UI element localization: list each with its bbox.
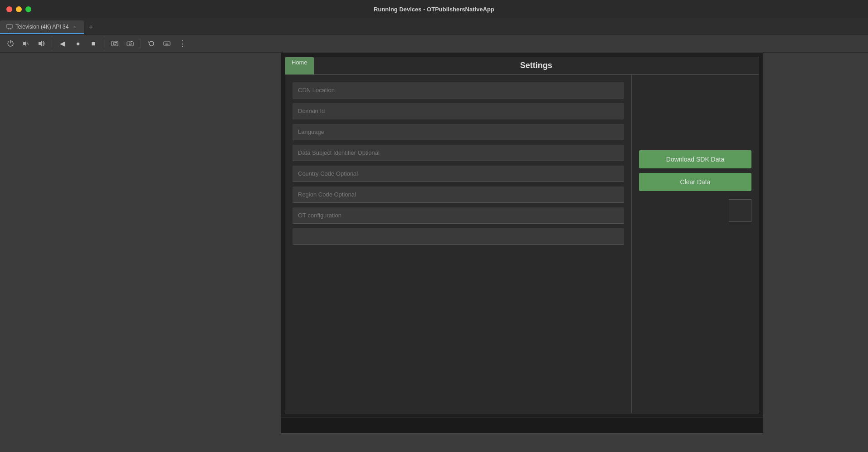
svg-marker-3 [23,41,26,46]
cdn-location-input[interactable] [293,82,624,98]
toolbar: ◀ ● ■ [0,34,868,53]
settings-actions-panel: Download SDK Data Clear Data [632,75,759,413]
television-icon [6,24,13,30]
home-button[interactable]: ● [71,37,85,50]
svg-rect-9 [127,42,133,46]
left-panel [0,53,176,452]
home-tab[interactable]: Home [285,57,314,74]
svg-point-11 [129,43,132,45]
tab-label: Television (4K) API 34 [15,24,68,30]
download-sdk-data-button[interactable]: Download SDK Data [639,150,751,168]
window-title: Running Devices - OTPublishersNativeApp [374,6,494,13]
region-code-input[interactable] [293,187,624,203]
more-button[interactable]: ⋮ [176,37,189,50]
svg-point-7 [113,42,116,45]
data-subject-identifier-input[interactable] [293,145,624,161]
small-preview-box [729,199,751,222]
language-input[interactable] [293,124,624,140]
settings-title-row: Home Settings [285,57,759,74]
settings-fields-panel [285,75,632,413]
svg-line-4 [27,43,29,44]
window-controls [6,6,31,12]
screenshot-button[interactable] [108,37,122,50]
rotate-button[interactable] [145,37,158,50]
country-code-input[interactable] [293,166,624,182]
power-button[interactable] [4,37,17,50]
close-button[interactable] [6,6,12,12]
svg-rect-0 [7,25,12,28]
add-tab-button[interactable]: + [84,20,98,34]
tab-close-icon[interactable]: × [71,24,78,30]
emulator-bottom-bar [281,417,763,433]
emulator-container: Home Settings [176,53,868,452]
svg-rect-8 [116,42,117,43]
volume-down-button[interactable] [19,37,33,50]
svg-marker-5 [39,41,42,46]
main-area: Home Settings [0,53,868,452]
stop-button[interactable]: ■ [87,37,100,50]
settings-body: Download SDK Data Clear Data [285,74,759,413]
title-bar: Running Devices - OTPublishersNativeApp [0,0,868,18]
volume-up-button[interactable] [34,37,48,50]
minimize-button[interactable] [16,6,22,12]
svg-rect-12 [164,42,170,45]
tab-bar: Television (4K) API 34 × + [0,18,868,34]
domain-id-input[interactable] [293,103,624,119]
settings-title: Settings [314,57,759,74]
emulator-screen: Home Settings [281,53,763,434]
extra-input[interactable] [293,228,624,245]
separator-1 [52,39,52,49]
clear-data-button[interactable]: Clear Data [639,173,751,191]
back-button[interactable]: ◀ [56,37,69,50]
separator-3 [141,39,141,49]
maximize-button[interactable] [25,6,31,12]
separator-2 [104,39,104,49]
keyboard-button[interactable] [160,37,174,50]
tab-television[interactable]: Television (4K) API 34 × [0,20,84,34]
svg-marker-10 [131,41,133,42]
camera-button[interactable] [123,37,137,50]
ot-configuration-input[interactable] [293,207,624,224]
settings-app: Home Settings [281,53,763,417]
